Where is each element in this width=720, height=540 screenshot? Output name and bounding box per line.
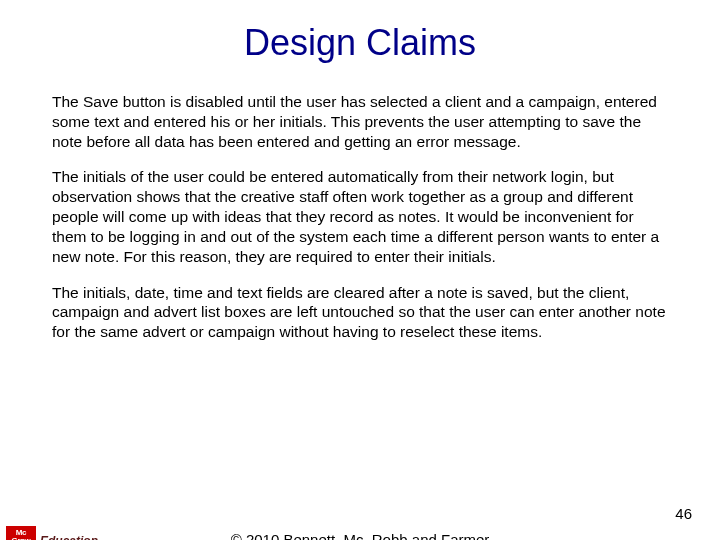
logo-text: Education	[40, 534, 98, 540]
slide-title: Design Claims	[0, 22, 720, 64]
paragraph: The initials, date, time and text fields…	[52, 283, 668, 342]
paragraph: The initials of the user could be entere…	[52, 167, 668, 266]
slide: Design Claims The Save button is disable…	[0, 22, 720, 540]
paragraph: The Save button is disabled until the us…	[52, 92, 668, 151]
copyright: © 2010 Bennett, Mc. Robb and Farmer	[0, 531, 720, 540]
body-text: The Save button is disabled until the us…	[0, 92, 720, 342]
publisher-logo: Mc Graw Hill Education	[6, 526, 98, 540]
mcgraw-hill-logo-icon: Mc Graw Hill	[6, 526, 36, 540]
page-number: 46	[675, 505, 692, 522]
